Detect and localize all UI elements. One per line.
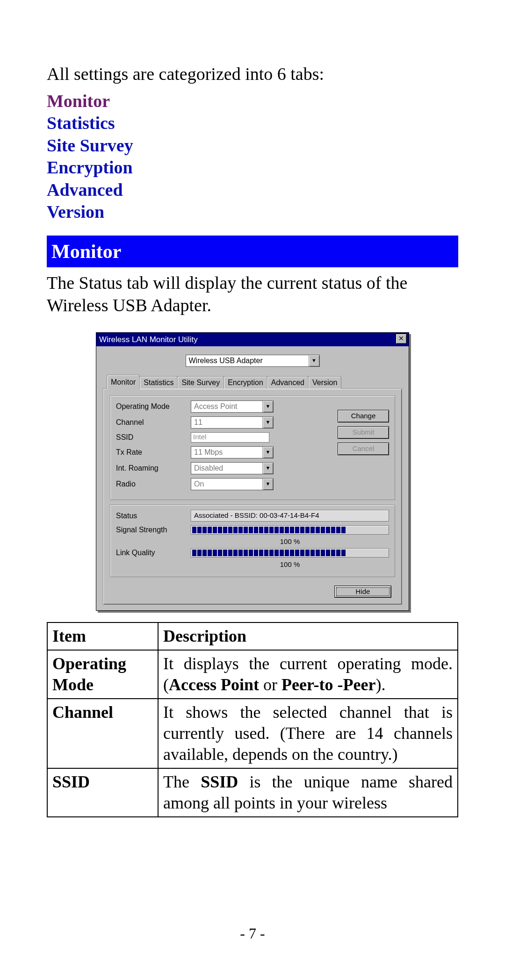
dialog-window: Wireless LAN Monitor Utility ✕ Wireless …: [96, 332, 409, 611]
tx-rate-label: Tx Rate: [116, 448, 191, 457]
table-header-item: Item: [47, 622, 158, 650]
table-row-channel-desc: It shows the selected channel that is cu…: [158, 699, 458, 768]
status-value: Associated - BSSID: 00-03-47-14-B4-F4: [191, 510, 389, 522]
signal-strength-bar: [191, 525, 389, 535]
cancel-button: Cancel: [338, 443, 389, 455]
signal-strength-label: Signal Strength: [116, 525, 191, 535]
link-monitor[interactable]: Monitor: [47, 90, 458, 113]
settings-group: Change Submit Cancel Operating Mode Acce…: [110, 395, 395, 500]
description-table: Item Description Operating Mode It displ…: [47, 622, 458, 817]
chevron-down-icon: ▼: [262, 447, 273, 458]
dialog-tab-monitor[interactable]: Monitor: [107, 375, 140, 389]
tx-rate-select: 11 Mbps ▼: [191, 446, 274, 458]
dialog-tab-encryption[interactable]: Encryption: [224, 376, 267, 389]
ssid-label: SSID: [116, 433, 191, 442]
dialog-tab-advanced[interactable]: Advanced: [267, 376, 309, 389]
int-roaming-value: Disabled: [191, 463, 262, 474]
dialog-tab-statistics[interactable]: Statistics: [139, 376, 178, 389]
link-quality-label: Link Quality: [116, 548, 191, 558]
section-body-text: The Status tab will display the current …: [47, 272, 458, 316]
tx-rate-value: 11 Mbps: [191, 447, 262, 458]
intro-text: All settings are categorized into 6 tabs…: [47, 63, 458, 86]
dialog-tab-version[interactable]: Version: [308, 376, 341, 389]
submit-button: Submit: [338, 426, 389, 439]
dialog-tabs: Monitor Statistics Site Survey Encryptio…: [103, 374, 402, 389]
chevron-down-icon: ▼: [262, 463, 273, 474]
tab-link-list: Monitor Statistics Site Survey Encryptio…: [47, 90, 458, 223]
channel-label: Channel: [116, 418, 191, 427]
dialog-title: Wireless LAN Monitor Utility: [98, 334, 199, 345]
page-number: - 7 -: [0, 924, 505, 943]
dialog-tab-site-survey[interactable]: Site Survey: [177, 376, 224, 389]
status-label: Status: [116, 511, 191, 521]
adapter-select[interactable]: Wireless USB Adapter ▼: [186, 355, 320, 367]
channel-select: 11 ▼: [191, 416, 274, 429]
table-row-ssid-item: SSID: [47, 768, 158, 817]
dialog-tab-pane: Change Submit Cancel Operating Mode Acce…: [103, 388, 402, 605]
operating-mode-value: Access Point: [191, 401, 262, 412]
link-quality-bar: [191, 548, 389, 558]
radio-label: Radio: [116, 479, 191, 489]
link-advanced[interactable]: Advanced: [47, 179, 458, 201]
link-quality-percent: 100 %: [191, 560, 389, 569]
operating-mode-select: Access Point ▼: [191, 401, 274, 413]
link-statistics[interactable]: Statistics: [47, 112, 458, 135]
adapter-select-value: Wireless USB Adapter: [186, 355, 309, 366]
table-row-ssid-desc: The SSID is the unique name shared among…: [158, 768, 458, 817]
chevron-down-icon: ▼: [262, 417, 273, 428]
int-roaming-label: Int. Roaming: [116, 464, 191, 473]
dialog-titlebar: Wireless LAN Monitor Utility ✕: [96, 333, 409, 346]
int-roaming-select: Disabled ▼: [191, 462, 274, 474]
close-icon[interactable]: ✕: [396, 334, 407, 344]
table-row-operating-mode-item: Operating Mode: [47, 650, 158, 699]
status-group: Status Associated - BSSID: 00-03-47-14-B…: [110, 505, 395, 577]
table-header-description: Description: [158, 622, 458, 650]
signal-strength-percent: 100 %: [191, 537, 389, 546]
radio-select: On ▼: [191, 478, 274, 490]
radio-value: On: [191, 479, 262, 490]
table-row-operating-mode-desc: It displays the current operating mode. …: [158, 650, 458, 699]
link-encryption[interactable]: Encryption: [47, 157, 458, 179]
operating-mode-label: Operating Mode: [116, 402, 191, 411]
change-button[interactable]: Change: [338, 410, 389, 422]
hide-button[interactable]: Hide: [334, 586, 391, 598]
chevron-down-icon: ▼: [262, 401, 273, 412]
table-row-channel-item: Channel: [47, 699, 158, 768]
dialog-screenshot: Wireless LAN Monitor Utility ✕ Wireless …: [96, 332, 409, 611]
chevron-down-icon: ▼: [262, 479, 273, 490]
channel-value: 11: [191, 417, 262, 428]
section-header-monitor: Monitor: [47, 236, 458, 268]
link-site-survey[interactable]: Site Survey: [47, 135, 458, 157]
chevron-down-icon[interactable]: ▼: [309, 355, 319, 366]
ssid-field: Intel: [191, 432, 269, 443]
link-version[interactable]: Version: [47, 201, 458, 223]
